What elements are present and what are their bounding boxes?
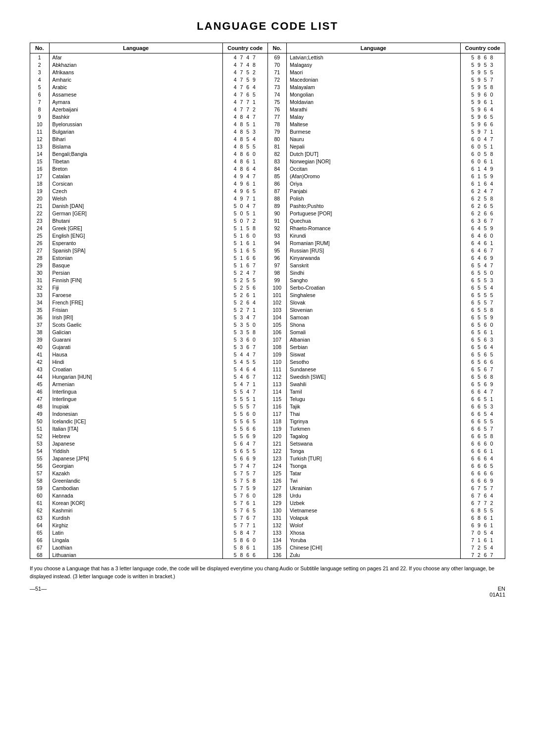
table-row: 69Latvian;Lettish5 8 6 8 bbox=[268, 53, 505, 61]
left-table: No. Language Country code 1Afar4 7 4 72A… bbox=[30, 43, 268, 558]
table-row: 98Sindhi6 5 5 0 bbox=[268, 269, 505, 276]
table-row: 85(Afan)Oromo6 1 5 9 bbox=[268, 172, 505, 180]
table-row: 3Afrikaans4 7 5 2 bbox=[30, 68, 268, 76]
table-row: 16Breton4 8 6 4 bbox=[30, 165, 268, 172]
table-row: 59Cambodian5 7 5 9 bbox=[30, 484, 268, 492]
table-row: 89Pashto;Pushto6 2 6 5 bbox=[268, 202, 505, 209]
table-row: 43Croatian5 4 6 4 bbox=[30, 365, 268, 373]
table-row: 62Kashmiri5 7 6 5 bbox=[30, 506, 268, 514]
table-row: 29Basque5 1 6 7 bbox=[30, 261, 268, 269]
table-row: 103Slovenian6 5 5 8 bbox=[268, 306, 505, 313]
table-row: 109Siswat6 5 6 5 bbox=[268, 351, 505, 358]
table-row: 87Panjabi6 2 4 7 bbox=[268, 187, 505, 195]
table-row: 23Bhutani5 0 7 2 bbox=[30, 217, 268, 224]
table-row: 40Gujarati5 3 6 7 bbox=[30, 343, 268, 351]
table-row: 78Maltese5 9 6 6 bbox=[268, 120, 505, 128]
table-row: 120Tagalog6 6 5 8 bbox=[268, 432, 505, 440]
table-row: 107Albanian6 5 6 3 bbox=[268, 336, 505, 343]
table-row: 48Inupiak5 5 5 7 bbox=[30, 403, 268, 410]
table-row: 80Nauru6 0 4 7 bbox=[268, 135, 505, 143]
table-row: 54Yiddish5 6 5 5 bbox=[30, 447, 268, 454]
table-row: 1Afar4 7 4 7 bbox=[30, 53, 268, 61]
table-row: 105Shona6 5 6 0 bbox=[268, 321, 505, 328]
table-row: 42Hindi5 4 5 5 bbox=[30, 358, 268, 365]
table-row: 38Galician5 3 5 8 bbox=[30, 328, 268, 336]
table-row: 58Greenlandic5 7 5 8 bbox=[30, 477, 268, 484]
version-info: EN 01A11 bbox=[489, 586, 505, 598]
table-row: 22German [GER]5 0 5 1 bbox=[30, 209, 268, 217]
table-row: 119Turkmen6 6 5 7 bbox=[268, 425, 505, 432]
table-row: 17Catalan4 9 4 7 bbox=[30, 172, 268, 180]
table-row: 36Irish [IRI]5 3 4 7 bbox=[30, 313, 268, 321]
table-row: 123Turkish [TUR]6 6 6 4 bbox=[268, 454, 505, 462]
left-header-language: Language bbox=[49, 43, 223, 53]
table-row: 124Tsonga6 6 6 5 bbox=[268, 462, 505, 469]
table-row: 82Dutch [DUT]6 0 5 8 bbox=[268, 150, 505, 157]
table-row: 102Slovak6 5 5 7 bbox=[268, 299, 505, 306]
table-row: 108Serbian6 5 6 4 bbox=[268, 343, 505, 351]
table-row: 110Sesotho6 5 6 6 bbox=[268, 358, 505, 365]
left-header-no: No. bbox=[30, 43, 49, 53]
table-row: 93Kirundi6 4 6 0 bbox=[268, 232, 505, 239]
table-row: 104Samoan6 5 5 9 bbox=[268, 313, 505, 321]
page-number: —51— bbox=[30, 586, 47, 598]
table-row: 81Nepali6 0 5 1 bbox=[268, 143, 505, 150]
table-row: 24Greek [GRE]5 1 5 8 bbox=[30, 224, 268, 232]
table-row: 25English [ENG]5 1 6 0 bbox=[30, 232, 268, 239]
table-row: 99Sangho6 5 5 3 bbox=[268, 276, 505, 284]
table-row: 91Quechua6 3 6 7 bbox=[268, 217, 505, 224]
table-row: 111Sundanese6 5 6 7 bbox=[268, 365, 505, 373]
table-row: 117Thai6 6 5 4 bbox=[268, 410, 505, 417]
table-row: 126Twi6 6 6 9 bbox=[268, 477, 505, 484]
table-row: 20Welsh4 9 7 1 bbox=[30, 195, 268, 202]
table-row: 4Amharic4 7 5 9 bbox=[30, 76, 268, 83]
table-row: 72Macedonian5 9 5 7 bbox=[268, 76, 505, 83]
table-row: 44Hungarian [HUN]5 4 6 7 bbox=[30, 373, 268, 380]
table-row: 8Azerbaijani4 7 7 2 bbox=[30, 105, 268, 113]
table-row: 63Kurdish5 7 6 7 bbox=[30, 514, 268, 521]
table-row: 118Tigrinya6 6 5 5 bbox=[268, 417, 505, 425]
table-row: 64Kirghiz5 7 7 1 bbox=[30, 521, 268, 529]
table-row: 106Somali6 5 6 1 bbox=[268, 328, 505, 336]
footnote-text: If you choose a Language that has a 3 le… bbox=[30, 565, 505, 581]
table-row: 46Interlingua5 5 4 7 bbox=[30, 388, 268, 395]
table-row: 115Telugu6 6 5 1 bbox=[268, 395, 505, 403]
table-row: 37Scots Gaelic5 3 5 0 bbox=[30, 321, 268, 328]
table-row: 94Romanian [RUM]6 4 6 1 bbox=[268, 239, 505, 247]
bottom-info: —51— EN 01A11 bbox=[30, 586, 505, 598]
table-row: 68Lithuanian5 8 6 6 bbox=[30, 551, 268, 558]
table-row: 10Byelorussian4 8 5 1 bbox=[30, 120, 268, 128]
table-row: 88Polish6 2 5 8 bbox=[268, 195, 505, 202]
table-row: 27Spanish [SPA]5 1 6 5 bbox=[30, 247, 268, 254]
right-header-language: Language bbox=[287, 43, 461, 53]
table-row: 121Setswana6 6 6 0 bbox=[268, 440, 505, 447]
right-header-no: No. bbox=[268, 43, 287, 53]
table-row: 136Zulu7 2 6 7 bbox=[268, 551, 505, 558]
table-row: 51Italian [ITA]5 5 6 6 bbox=[30, 425, 268, 432]
table-row: 113Swahili6 5 6 9 bbox=[268, 380, 505, 388]
table-row: 12Bihari4 8 5 4 bbox=[30, 135, 268, 143]
table-row: 39Guarani5 3 6 0 bbox=[30, 336, 268, 343]
table-row: 130Vietnamese6 8 5 5 bbox=[268, 506, 505, 514]
table-row: 127Ukrainian6 7 5 7 bbox=[268, 484, 505, 492]
right-header-code: Country code bbox=[460, 43, 505, 53]
table-row: 79Burmese5 9 7 1 bbox=[268, 128, 505, 135]
table-row: 135Chinese [CHI]7 2 5 4 bbox=[268, 544, 505, 551]
table-row: 86Oriya6 1 6 4 bbox=[268, 180, 505, 187]
table-row: 77Malay5 9 6 5 bbox=[268, 113, 505, 120]
table-row: 83Norwegian [NOR]6 0 6 1 bbox=[268, 157, 505, 165]
table-row: 56Georgian5 7 4 7 bbox=[30, 462, 268, 469]
table-row: 41Hausa5 4 4 7 bbox=[30, 351, 268, 358]
table-row: 47Interlingue5 5 5 1 bbox=[30, 395, 268, 403]
table-row: 73Malayalam5 9 5 8 bbox=[268, 83, 505, 91]
table-row: 65Latin5 8 4 7 bbox=[30, 529, 268, 536]
table-row: 133Xhosa7 0 5 4 bbox=[268, 529, 505, 536]
table-row: 101Singhalese6 5 5 5 bbox=[268, 291, 505, 299]
table-row: 11Bulgarian4 8 5 3 bbox=[30, 128, 268, 135]
table-row: 114Tamil6 6 4 7 bbox=[268, 388, 505, 395]
table-row: 70Malagasy5 9 5 3 bbox=[268, 61, 505, 68]
table-row: 18Corsican4 9 6 1 bbox=[30, 180, 268, 187]
table-row: 30Persian5 2 4 7 bbox=[30, 269, 268, 276]
table-row: 50Icelandic [ICE]5 5 6 5 bbox=[30, 417, 268, 425]
left-header-code: Country code bbox=[223, 43, 268, 53]
